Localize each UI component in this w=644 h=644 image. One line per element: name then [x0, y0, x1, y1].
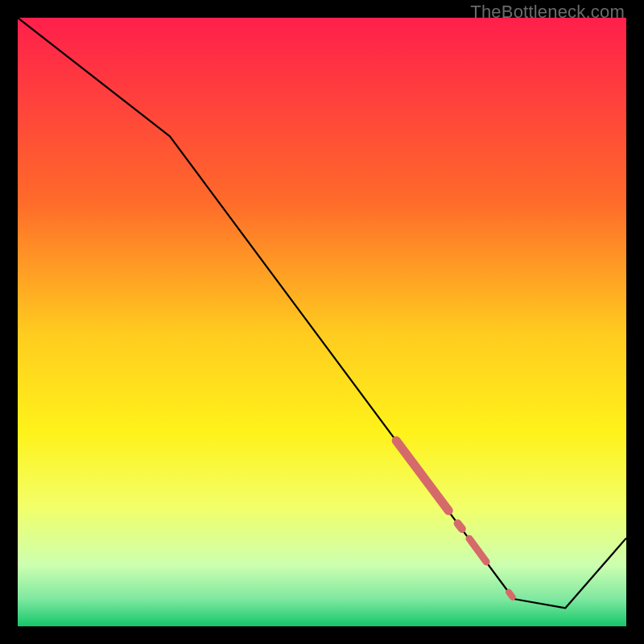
gradient-background: [18, 18, 626, 626]
watermark-text: TheBottleneck.com: [470, 2, 625, 23]
highlight-segment: [458, 523, 462, 529]
chart-frame: TheBottleneck.com: [0, 0, 644, 644]
highlight-segment: [509, 592, 513, 597]
bottleneck-chart: [18, 18, 626, 626]
plot-area: [18, 18, 626, 626]
